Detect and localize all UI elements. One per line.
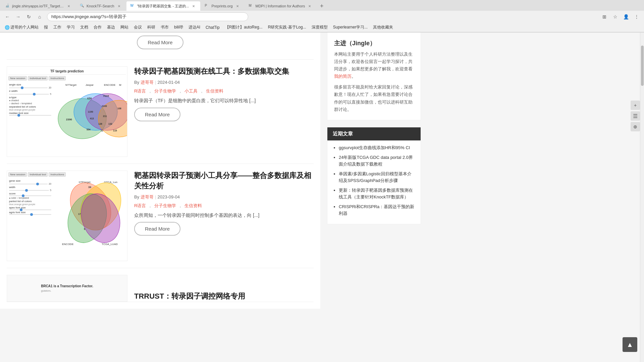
tab-1-label: jingle.shinyapps.io/TF_Target_Fr... (12, 4, 64, 8)
venn-label-jaspar: Jaspar (86, 83, 94, 86)
tab-3[interactable]: W "转录因子靶基因交集 - 王进的... ✕ (126, 1, 200, 11)
bookmark-bili[interactable]: bili哔 (172, 24, 185, 31)
bookmark-research[interactable]: 科研 (145, 24, 157, 31)
bookmark-log[interactable]: R研究实践·基于Log... (266, 24, 308, 31)
author-resume-link[interactable]: 我的简历 (334, 74, 352, 79)
bookmark-label-work: 工作 (53, 24, 61, 30)
url-input[interactable] (47, 12, 248, 21)
article-3-title: TRRUST：转录因子调控网络专用 (134, 291, 314, 302)
tab-3-close[interactable]: ✕ (191, 3, 196, 9)
bookmark-site[interactable]: 网站 (118, 24, 130, 31)
extensions-icon[interactable]: ⊞ (600, 12, 609, 21)
settings-icon[interactable]: ⋮ (632, 12, 641, 21)
slider-thumb-1[interactable] (21, 86, 23, 89)
bookmark-autoreg[interactable]: 【R图计】autoReg... (223, 24, 265, 31)
scrollbar[interactable] (640, 32, 644, 309)
bookmark-label-other: 其他收藏夹 (373, 24, 393, 30)
sidebar-recent-item-5[interactable]: CRISPRi和CRISPRa：基因达干预的新利器 (339, 203, 415, 217)
bookmark-model[interactable]: 深度模型 (310, 24, 330, 31)
tab-2[interactable]: 🔍 KnockTF-Search ✕ (76, 1, 126, 11)
article-2-thumbnail: New session Individual tool Instructions… (7, 171, 127, 261)
article-1-read-more-button[interactable]: Read More (134, 108, 180, 121)
bookmark-label-news: 报 (44, 24, 48, 30)
tab-2-close[interactable]: ✕ (116, 3, 122, 9)
profile-icon[interactable]: 👤 (621, 12, 631, 21)
slider2-row-5 (9, 214, 51, 215)
app-controls: angle size 20 e width (8, 82, 52, 156)
bookmark-other[interactable]: 其他收藏夹 (371, 24, 395, 31)
scroll-thumb[interactable] (641, 46, 644, 86)
bookmark-base[interactable]: 基边 (105, 24, 117, 31)
tab-1-favicon: 🔬 (5, 4, 10, 8)
article-1-author[interactable]: 进哥哥 (141, 79, 154, 85)
bookmark-icon-personal: 🌐 (5, 25, 9, 30)
app-btn-instructions-2: Instructions (49, 172, 66, 177)
article-1-tags: R语言 ， 分子生物学 ， 小工具 ， 生信资料 (134, 88, 314, 94)
bookmark-docs[interactable]: 文档 (78, 24, 90, 31)
article-3-thumb-label: BRCA1 is a Transcription Factor. (41, 284, 93, 288)
tab-4-close[interactable]: ✕ (235, 3, 240, 9)
article-1-tag-3[interactable]: 小工具 (184, 88, 198, 94)
article-1-tag-4[interactable]: 生信资料 (206, 88, 223, 94)
bookmark-ai[interactable]: 进达AI (186, 24, 202, 31)
bookmark-learn[interactable]: 学习 (65, 24, 77, 31)
tab-4[interactable]: P Preprints.org ✕ (201, 1, 244, 11)
tab-1-close[interactable]: ✕ (66, 3, 71, 9)
slider-track-1 (9, 87, 48, 88)
article-2-read-more-button[interactable]: Read More (134, 222, 180, 236)
refresh-button[interactable]: ↻ (24, 12, 34, 21)
radio-group: ● shaded (9, 99, 51, 102)
bookmark-work[interactable]: 工作 (51, 24, 63, 31)
back-button[interactable]: ← (3, 12, 12, 21)
tab-5-close[interactable]: ✕ (307, 3, 312, 9)
bookmark-chat[interactable]: ChatTip (204, 24, 222, 31)
article-1-tag-2[interactable]: 分子生物学 (154, 88, 176, 94)
article-2-author[interactable]: 进哥哥 (141, 194, 154, 200)
ctrl-label-3: separated list of colors (9, 105, 51, 108)
tab-1[interactable]: 🔬 jingle.shinyapps.io/TF_Target_Fr... ✕ (1, 1, 75, 11)
side-btn-3[interactable]: ⊕ (631, 122, 640, 131)
bookmark-label-learn: 学习 (67, 24, 75, 30)
sidebar-recent-item-4[interactable]: 更新：转录因子靶基因多数据库预测在线工具（主要针对KnockTF数据库） (339, 187, 415, 200)
num-128: 128 (98, 123, 102, 125)
tag2-sep-1: ， (148, 203, 152, 209)
bookmark-news[interactable]: 报 (42, 24, 50, 31)
bookmark-meeting[interactable]: 会议 (132, 24, 144, 31)
sidebar-recent-item-3[interactable]: 单因素/多因素Logistic回归模型基本介绍及SPSS/GraphPad分析步… (339, 171, 415, 184)
num-211: 211 (103, 115, 107, 117)
app-title: TF targets prediction (8, 68, 126, 75)
sidebar-recent-item-1[interactable]: ggsurvplot生存曲线添加HR和95% CI (339, 144, 415, 151)
article-2-tag-2[interactable]: 分子生物学 (154, 203, 176, 209)
bookmark-personal-site[interactable]: 🌐 进哥的个人网站 (3, 24, 41, 31)
tab-5[interactable]: M MDPI | Information for Authors ✕ (245, 1, 317, 11)
bookmark-collab[interactable]: 合作 (92, 24, 104, 31)
bookmark-label-superlearner: Superlearner学习... (333, 24, 368, 30)
sidebar-recent-item-2[interactable]: 24年新版TCGA GDC data portal 2.0界面介绍及数据下载教程 (339, 154, 415, 167)
side-btn-1[interactable]: + (631, 101, 640, 110)
new-tab-button[interactable]: + (317, 1, 326, 11)
bookmark-icon[interactable]: ☆ (610, 12, 620, 21)
article-2-tag-1[interactable]: R语言 (134, 203, 146, 209)
slider-track-2 (9, 94, 49, 95)
forward-button[interactable]: → (13, 12, 23, 21)
home-button[interactable]: ⌂ (35, 12, 44, 21)
article-2-tag-3[interactable]: 生信资料 (184, 203, 202, 209)
slider-thumb-3[interactable] (17, 114, 20, 117)
article-1-tag-1[interactable]: R语言 (134, 88, 146, 94)
slider2-thumb-1[interactable] (36, 183, 39, 185)
main-content: Read More TF targets prediction New sess… (0, 32, 320, 309)
slider-thumb-2[interactable] (33, 93, 36, 96)
bookmark-superlearner[interactable]: Superlearner学习... (331, 24, 370, 31)
slider2-thumb-3[interactable] (22, 194, 24, 197)
side-btn-2[interactable]: ☰ (631, 111, 640, 121)
partial-read-more-button[interactable]: Read More (137, 36, 183, 49)
slider2-thumb-5[interactable] (30, 213, 33, 216)
venn2-num-39: 39 (88, 186, 91, 189)
slider2-thumb-2[interactable] (25, 189, 28, 192)
slider2-thumb-4[interactable] (20, 208, 22, 211)
radio-label-2: ○ dashed (9, 102, 19, 105)
article-3-body: TRRUST：转录因子调控网络专用 (134, 291, 314, 302)
bookmark-book[interactable]: 书市 (159, 24, 171, 31)
color-list-hint: blue;orange;green;purple (9, 109, 51, 111)
article-2-tags: R语言 ， 分子生物学 ， 生信资料 (134, 203, 314, 209)
